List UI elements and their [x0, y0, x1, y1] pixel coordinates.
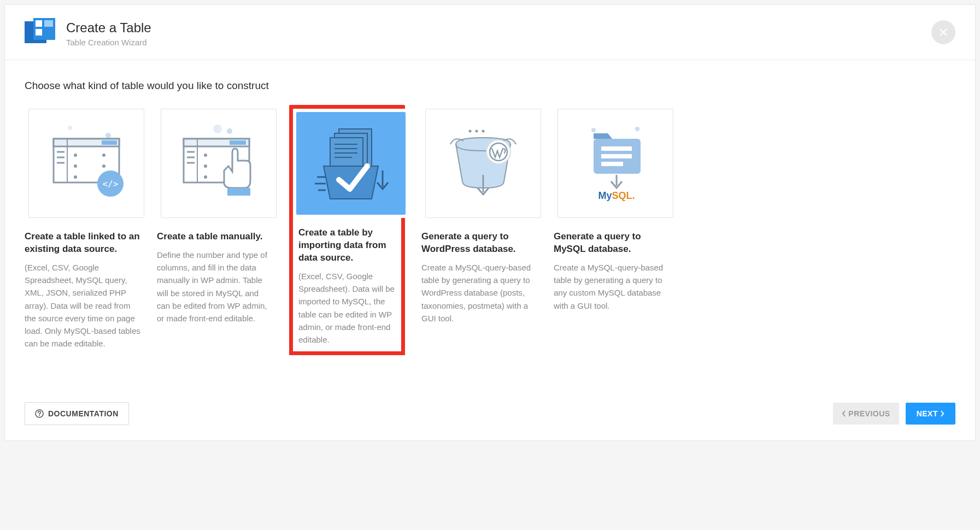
- option-title: Generate a query to MySQL database.: [554, 231, 670, 256]
- option-title: Generate a query to WordPress database.: [421, 231, 537, 256]
- svg-rect-57: [601, 146, 632, 151]
- svg-point-19: [102, 154, 105, 157]
- wizard-subtitle: Table Creation Wizard: [66, 38, 151, 47]
- wizard-header: Create a Table Table Creation Wizard: [5, 5, 975, 60]
- svg-rect-29: [197, 139, 198, 182]
- svg-point-8: [68, 126, 72, 130]
- option-desc: (Excel, CSV, Google Spreadsheet, MySQL q…: [25, 261, 140, 350]
- import-check-icon: [307, 122, 395, 204]
- option-card-manual[interactable]: Create a table manually. Define the numb…: [157, 105, 273, 325]
- option-card-mysqlquery[interactable]: MySQL. Generate a query to MySQL databas…: [554, 105, 670, 312]
- svg-point-17: [74, 164, 77, 168]
- documentation-button[interactable]: DOCUMENTATION: [25, 402, 129, 425]
- svg-rect-36: [227, 188, 250, 196]
- app-logo-icon: [25, 18, 55, 49]
- svg-point-25: [213, 125, 222, 133]
- option-desc: Define the number and type of columns, a…: [157, 249, 273, 325]
- wordpress-db-icon: [439, 122, 527, 204]
- option-title: Create a table by importing data from da…: [298, 227, 396, 264]
- previous-button[interactable]: PREVIOUS: [833, 403, 899, 425]
- close-icon: [940, 28, 947, 36]
- svg-point-20: [102, 164, 105, 168]
- mysql-db-icon: MySQL.: [572, 122, 659, 204]
- option-desc: Create a MySQL-query-based table by gene…: [554, 261, 670, 312]
- svg-point-7: [105, 133, 111, 138]
- svg-rect-4: [36, 29, 42, 36]
- option-title: Create a table linked to an existing dat…: [25, 231, 140, 256]
- option-cards-row: </> Create a table linked to an existing…: [25, 105, 955, 355]
- svg-rect-12: [67, 139, 68, 182]
- help-circle-icon: [35, 409, 44, 418]
- svg-text:MySQL.: MySQL.: [598, 190, 635, 201]
- svg-point-24: [227, 128, 232, 134]
- option-thumb-mysqlquery[interactable]: MySQL.: [558, 109, 673, 218]
- svg-point-35: [204, 175, 207, 179]
- nav-buttons: PREVIOUS NEXT: [833, 403, 955, 425]
- code-window-icon: </>: [43, 122, 130, 204]
- wizard-body: Choose what kind of table would you like…: [5, 60, 975, 375]
- option-card-import[interactable]: Create a table by importing data from da…: [289, 105, 405, 355]
- svg-point-48: [469, 130, 472, 133]
- wizard-panel: Create a Table Table Creation Wizard Cho…: [4, 4, 976, 441]
- svg-rect-28: [230, 140, 246, 145]
- svg-rect-11: [102, 140, 117, 145]
- option-thumb-wpquery[interactable]: [425, 109, 541, 218]
- svg-point-34: [204, 164, 207, 168]
- svg-point-49: [476, 130, 478, 133]
- documentation-label: DOCUMENTATION: [48, 409, 119, 418]
- option-desc: Create a MySQL-query-based table by gene…: [421, 261, 537, 325]
- option-desc: (Excel, CSV, Google Spreadsheet). Data w…: [298, 270, 396, 346]
- svg-point-63: [39, 415, 40, 416]
- wizard-title: Create a Table: [66, 20, 151, 36]
- wizard-footer: DOCUMENTATION PREVIOUS NEXT: [5, 391, 975, 440]
- next-button[interactable]: NEXT: [906, 403, 955, 425]
- svg-rect-59: [601, 162, 623, 166]
- option-card-linked[interactable]: </> Create a table linked to an existing…: [25, 105, 140, 350]
- header-text-block: Create a Table Table Creation Wizard: [66, 20, 151, 47]
- svg-point-55: [591, 128, 596, 132]
- svg-point-54: [635, 127, 639, 131]
- option-title: Create a table manually.: [157, 231, 273, 243]
- next-label: NEXT: [917, 409, 938, 418]
- close-button[interactable]: [931, 20, 955, 44]
- svg-point-50: [482, 130, 485, 133]
- chevron-right-icon: [940, 410, 944, 417]
- option-thumb-manual[interactable]: [161, 109, 277, 218]
- option-thumb-linked[interactable]: </>: [28, 109, 144, 218]
- svg-rect-3: [44, 20, 53, 27]
- chevron-left-icon: [842, 410, 846, 417]
- prompt-text: Choose what kind of table would you like…: [25, 80, 955, 92]
- svg-rect-58: [601, 154, 632, 158]
- svg-point-16: [74, 154, 77, 157]
- svg-rect-2: [36, 20, 42, 27]
- previous-label: PREVIOUS: [848, 409, 890, 418]
- option-card-wpquery[interactable]: Generate a query to WordPress database. …: [421, 105, 537, 325]
- svg-point-33: [204, 154, 207, 157]
- option-thumb-import[interactable]: [293, 109, 409, 218]
- hand-pointer-icon: [175, 122, 262, 204]
- svg-text:</>: </>: [103, 179, 119, 189]
- svg-point-18: [74, 175, 77, 179]
